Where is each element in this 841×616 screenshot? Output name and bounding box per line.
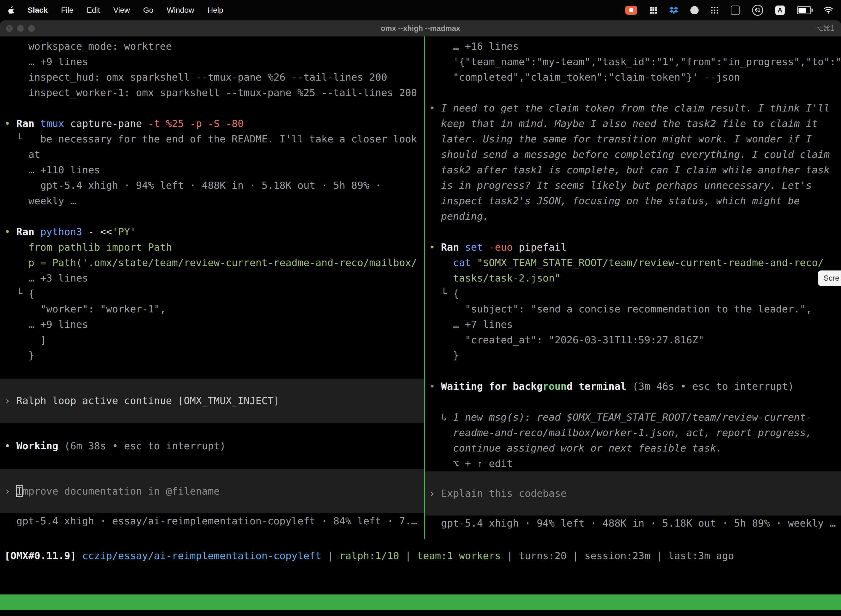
terminal-line: from pathlib import Path: [0, 239, 424, 255]
terminal-line: • Ran set -euo pipefail: [425, 239, 841, 255]
dropbox-icon[interactable]: [670, 6, 678, 14]
text-segment: inspect_hud: omx sparkshell --tmux-pane …: [4, 72, 387, 83]
menu-item-edit[interactable]: Edit: [86, 6, 100, 15]
screen-overlay-button[interactable]: Scre: [818, 270, 841, 286]
text-segment: [220, 118, 226, 129]
input-source-label: A: [778, 6, 782, 14]
terminal-line: • Ran python3 - <<'PY': [0, 224, 424, 239]
blank-line: [0, 100, 424, 116]
terminal-line: ↳ 1 new msg(s): read $OMX_TEAM_STATE_ROO…: [425, 409, 841, 425]
composer-suggestion[interactable]: › Explain this codebase: [425, 471, 841, 516]
text-segment: inspect task2's JSON, focusing on the st…: [429, 195, 800, 207]
text-segment: gpt-5.4 xhigh · essay/ai-reimplementatio…: [4, 515, 417, 527]
blank-line: [425, 85, 841, 100]
text-segment: should send a message before completing …: [429, 149, 830, 160]
apple-logo[interactable]: [8, 6, 14, 14]
text-segment: I: [16, 485, 22, 497]
text-segment: ›: [4, 395, 16, 406]
menu-item-slack[interactable]: Slack: [28, 6, 48, 15]
text-segment: 'PY': [112, 226, 136, 238]
text-segment: mprove documentation in @filename: [22, 485, 220, 497]
text-segment: Explain this codebase: [441, 488, 567, 499]
menu-item-file[interactable]: File: [61, 6, 73, 15]
terminal-line: • Working (6m 38s • esc to interrupt): [0, 438, 424, 454]
text-segment: -S: [208, 118, 220, 129]
text-segment: set: [465, 242, 483, 253]
terminal-line: "completed","claim_token":"claim-token"}…: [425, 70, 841, 85]
text-segment: … +9 lines: [4, 56, 88, 67]
text-segment: - <<: [82, 226, 112, 238]
text-segment: weekly …: [4, 195, 76, 207]
battery-nub: [812, 9, 813, 12]
text-segment: "completed","claim_token":"claim-token"}…: [429, 72, 740, 83]
text-segment: └ {: [429, 288, 459, 299]
screen-recording-indicator[interactable]: [625, 6, 637, 15]
terminal-line: is in progress? It seems likely but perh…: [425, 178, 841, 193]
text-segment: %25: [166, 118, 184, 129]
text-segment: }: [4, 350, 34, 361]
blank-line: [0, 423, 424, 438]
traffic-lights: ×: [6, 25, 35, 32]
text-segment: "created_at": "2026-03-31T11:59:27.816Z": [429, 334, 704, 346]
window-titlebar[interactable]: × omx --xhigh --madmax ⌥⌘1: [0, 21, 841, 37]
text-segment: -80: [226, 118, 244, 129]
text-segment: [459, 242, 465, 253]
menu-item-view[interactable]: View: [113, 6, 130, 15]
battery-percentage-icon[interactable]: 61: [752, 5, 763, 16]
right-terminal-pane[interactable]: … +16 lines '{"team_name":"my-team","tas…: [425, 37, 841, 539]
terminal-line: … +9 lines: [0, 317, 424, 332]
terminal-line: └ {: [425, 286, 841, 301]
text-segment: tmux: [40, 118, 64, 129]
tmux-status-bar: [omx-cczip0:bash* "MacBook-Pro-44.local"…: [0, 594, 841, 610]
github-icon[interactable]: [690, 6, 699, 14]
text-segment: task2 after task1 is complete, but can I…: [429, 164, 830, 176]
text-segment: ›: [429, 488, 441, 499]
terminal-line: inspect_hud: omx sparkshell --tmux-pane …: [0, 70, 424, 85]
text-segment: └ {: [4, 288, 34, 299]
text-segment: Working: [16, 440, 58, 452]
blank-line: [0, 209, 424, 224]
battery-percent-label: 61: [755, 7, 760, 13]
text-segment: |: [399, 550, 417, 561]
text-segment: continue assigned work or next feasible …: [429, 442, 722, 454]
menubar: Slack File Edit View Go Window Help 61 A: [0, 0, 841, 21]
text-segment: •: [429, 242, 441, 253]
menu-item-window[interactable]: Window: [167, 6, 194, 15]
text-segment: python3: [40, 226, 82, 238]
left-terminal-pane[interactable]: workspace_mode: worktree … +9 lines insp…: [0, 37, 424, 539]
terminal-line: later. Using the same for transition mig…: [425, 131, 841, 147]
input-source-icon[interactable]: A: [775, 6, 785, 15]
text-segment: at: [4, 149, 40, 160]
dots-grid-icon[interactable]: [711, 6, 718, 14]
close-button[interactable]: ×: [6, 25, 13, 32]
terminal-line: • I need to get the claim token from the…: [425, 100, 841, 116]
minimize-button[interactable]: [17, 25, 24, 32]
blank-line: [0, 454, 424, 469]
terminal-line: "worker": "worker-1",: [0, 301, 424, 317]
menubar-extra-icon[interactable]: [731, 6, 740, 15]
text-segment: d terminal: [567, 381, 627, 392]
wifi-icon[interactable]: [823, 6, 833, 14]
menu-item-go[interactable]: Go: [143, 6, 154, 15]
menu-item-help[interactable]: Help: [208, 6, 224, 15]
text-segment: [471, 257, 477, 268]
text-segment: -euo: [489, 242, 513, 253]
terminal-line: • Waiting for background terminal (3m 46…: [425, 378, 841, 394]
text-segment: pipefail: [513, 242, 567, 253]
text-segment: "subject": "send a concise recommendatio…: [429, 303, 812, 315]
text-segment: "$OMX_TEAM_STATE_ROOT/team/review-curren…: [477, 257, 823, 268]
terminal-line: at: [0, 147, 424, 162]
text-segment: •: [429, 381, 441, 392]
blank-line: [0, 363, 424, 378]
terminal-line: • Ran tmux capture-pane -t %25 -p -S -80: [0, 116, 424, 131]
terminal-line: ]: [0, 332, 424, 348]
grid-icon[interactable]: [649, 6, 657, 14]
terminal-line: gpt-5.4 xhigh · 94% left · 488K in · 5.1…: [425, 516, 841, 531]
battery-icon[interactable]: [797, 6, 811, 14]
terminal-line: ⌥ + ↑ edit: [425, 456, 841, 471]
composer-input[interactable]: › Improve documentation in @filename: [0, 469, 424, 513]
zoom-button[interactable]: [28, 25, 35, 32]
terminal-line: }: [425, 348, 841, 363]
ralph-loop-banner: › Ralph loop active continue [OMX_TMUX_I…: [0, 378, 424, 423]
text-segment: p = Path('.omx/state/team/review-current…: [4, 257, 417, 268]
